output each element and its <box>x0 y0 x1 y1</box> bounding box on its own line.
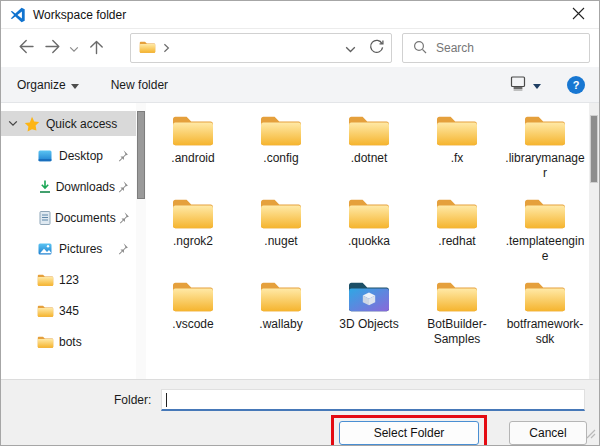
recent-locations-button[interactable] <box>65 33 83 63</box>
folder-icon <box>171 196 215 231</box>
sidebar-item-documents[interactable]: Documents <box>1 202 136 233</box>
folder-tile-label: .quokka <box>348 234 390 249</box>
sidebar-scrollbar[interactable] <box>136 103 146 379</box>
main-scrollbar-thumb[interactable] <box>590 115 598 183</box>
vscode-logo-icon <box>10 7 26 23</box>
folder-tile[interactable]: .config <box>237 113 325 181</box>
help-button[interactable]: ? <box>567 76 585 94</box>
folder-tile[interactable]: .ngrok2 <box>149 196 237 264</box>
search-input[interactable] <box>436 41 589 55</box>
pin-icon <box>115 180 129 194</box>
folder-tile[interactable]: .redhat <box>413 196 501 264</box>
folder-icon <box>37 304 57 318</box>
sidebar: Quick accessDesktopDownloadsDocumentsPic… <box>1 103 136 379</box>
folder-tile[interactable]: .quokka <box>325 196 413 264</box>
folder-tile-label: botframework-sdk <box>504 317 586 347</box>
folder-tile[interactable]: .templateengine <box>501 196 589 264</box>
red-annotation-box: Select Folder <box>331 415 487 446</box>
refresh-button[interactable] <box>363 35 389 61</box>
folder-tile[interactable]: .android <box>149 113 237 181</box>
folder-tile-label: .android <box>171 151 214 166</box>
title-bar: Workspace folder <box>1 1 599 29</box>
content-area: Quick accessDesktopDownloadsDocumentsPic… <box>1 103 599 379</box>
sidebar-item-123[interactable]: 123 <box>1 264 136 295</box>
folder-icon <box>435 113 479 148</box>
folder-icon <box>171 279 215 314</box>
caret-down-icon <box>71 78 79 92</box>
folder-tile-label: .ngrok2 <box>173 234 213 249</box>
sidebar-item-downloads[interactable]: Downloads <box>1 171 136 202</box>
select-folder-button[interactable]: Select Folder <box>339 421 479 445</box>
folder-tile-label: .config <box>263 151 298 166</box>
document-icon <box>37 210 53 226</box>
main-scrollbar[interactable] <box>589 103 599 379</box>
workspace-folder-dialog: Workspace folder <box>0 0 600 446</box>
folder-tile[interactable]: .wallaby <box>237 279 325 347</box>
command-toolbar: Organize New folder ? <box>1 67 599 103</box>
sidebar-item-label: 345 <box>59 304 79 318</box>
folder-icon <box>259 113 303 148</box>
pin-icon <box>115 149 129 163</box>
folder-tile[interactable]: .fx <box>413 113 501 181</box>
view-icon <box>510 76 526 94</box>
folder-tile-label: .librarymanager <box>504 151 586 181</box>
new-folder-button[interactable]: New folder <box>111 72 168 98</box>
folder-tile-label: .dotnet <box>351 151 388 166</box>
address-bar[interactable] <box>130 33 392 63</box>
back-arrow-icon <box>18 39 35 57</box>
sidebar-scrollbar-thumb[interactable] <box>137 111 145 199</box>
up-button[interactable] <box>83 33 109 63</box>
folder-icon <box>259 279 303 314</box>
folder-icon <box>523 279 567 314</box>
footer-buttons-row: Select Folder Cancel <box>1 411 599 446</box>
folder-icon <box>347 196 391 231</box>
folder-tile[interactable]: .librarymanager <box>501 113 589 181</box>
folder-tile[interactable]: 3D Objects <box>325 279 413 347</box>
forward-button[interactable] <box>39 33 65 63</box>
folder-field-label: Folder: <box>114 393 151 407</box>
folder-tile[interactable]: .nuget <box>237 196 325 264</box>
folder-icon <box>523 196 567 231</box>
refresh-icon <box>369 39 384 57</box>
sidebar-item-label: 123 <box>59 273 79 287</box>
star-icon <box>24 116 44 132</box>
question-mark-icon: ? <box>573 79 580 91</box>
folder-tile-label: .wallaby <box>259 317 302 332</box>
resize-grip-icon[interactable] <box>586 428 596 442</box>
change-view-button[interactable] <box>510 76 541 94</box>
window-title: Workspace folder <box>33 8 126 22</box>
folder-icon <box>523 113 567 148</box>
chevron-down-icon[interactable] <box>8 120 24 127</box>
folder-list-panel: .android.config.dotnet.fx.librarymanager… <box>146 103 589 379</box>
organize-label: Organize <box>17 78 66 92</box>
close-button[interactable] <box>557 1 599 28</box>
folder-icon <box>347 113 391 148</box>
back-button[interactable] <box>13 33 39 63</box>
folder-name-input[interactable] <box>167 393 584 407</box>
caret-down-icon <box>533 77 541 92</box>
sidebar-item-pictures[interactable]: Pictures <box>1 233 136 264</box>
download-icon <box>37 179 54 195</box>
folder-grid: .android.config.dotnet.fx.librarymanager… <box>149 113 589 347</box>
folder-tile[interactable]: .vscode <box>149 279 237 347</box>
folder-tile-label: .vscode <box>172 317 213 332</box>
folder-tile[interactable]: botframework-sdk <box>501 279 589 347</box>
cancel-button[interactable]: Cancel <box>509 421 587 445</box>
folder-tile-label: .redhat <box>438 234 475 249</box>
folder-tile[interactable]: BotBuilder-Samples <box>413 279 501 347</box>
organize-button[interactable]: Organize <box>17 72 79 98</box>
sidebar-item-label: Desktop <box>59 149 103 163</box>
sidebar-item-bots[interactable]: bots <box>1 326 136 357</box>
sidebar-item-label: Downloads <box>56 180 115 194</box>
folder-icon <box>171 113 215 148</box>
toolbar-right-group: ? <box>510 76 585 94</box>
folder-tile[interactable]: .dotnet <box>325 113 413 181</box>
sidebar-item-345[interactable]: 345 <box>1 295 136 326</box>
sidebar-item-desktop[interactable]: Desktop <box>1 140 136 171</box>
folder-icon <box>37 273 57 287</box>
sidebar-item-quick-access[interactable]: Quick access <box>1 111 136 136</box>
address-dropdown-button[interactable] <box>337 35 363 61</box>
navigation-bar <box>1 29 599 67</box>
sidebar-item-label: Pictures <box>59 242 102 256</box>
folder-icon <box>435 279 479 314</box>
